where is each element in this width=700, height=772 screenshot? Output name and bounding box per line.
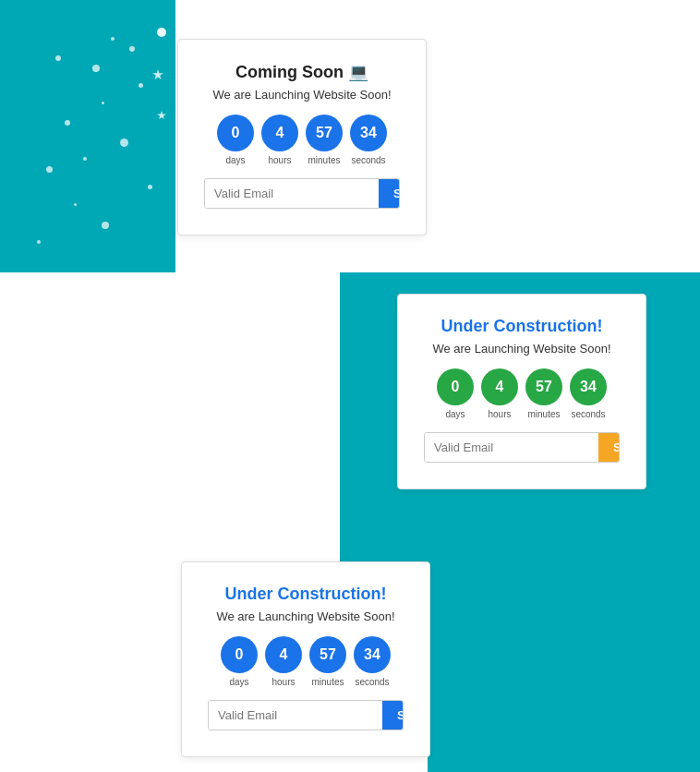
card2-minutes-label: minutes [527, 409, 560, 419]
card3-countdown: 0 days 4 hours 57 minutes 34 seconds [208, 636, 404, 687]
card3-days-label: days [229, 677, 248, 687]
card1-submit-button[interactable]: Submit [379, 179, 400, 208]
card2-subtitle: We are Launching Website Soon! [424, 342, 620, 356]
card2-hours-item: 4 hours [481, 368, 518, 419]
card3-seconds-item: 34 seconds [354, 636, 391, 687]
card-coming-soon: Coming Soon 💻 We are Launching Website S… [177, 39, 427, 235]
card2-hours-circle: 4 [481, 368, 518, 405]
card1-email-input[interactable] [205, 179, 379, 208]
card2-seconds-circle: 34 [570, 368, 607, 405]
card2-hours-label: hours [488, 409, 511, 419]
card3-hours-circle: 4 [265, 636, 302, 673]
laptop-icon: 💻 [348, 62, 368, 82]
card1-email-row: Submit [204, 178, 400, 209]
card1-subtitle: We are Launching Website Soon! [204, 88, 400, 102]
card2-seconds-item: 34 seconds [570, 368, 607, 419]
card3-email-input[interactable] [209, 701, 382, 730]
card-under-construction-green: Under Construction! We are Launching Web… [397, 294, 646, 489]
card3-days-circle: 0 [221, 636, 258, 673]
card1-minutes-item: 57 minutes [306, 115, 343, 165]
card3-seconds-circle: 34 [354, 636, 391, 673]
card3-hours-label: hours [272, 677, 295, 687]
card3-minutes-circle: 57 [309, 636, 346, 673]
decorative-dots [9, 18, 166, 268]
card3-minutes-item: 57 minutes [309, 636, 346, 687]
card2-minutes-circle: 57 [525, 368, 562, 405]
card1-title-text: Coming Soon [235, 63, 344, 81]
card2-days-item: 0 days [437, 368, 474, 419]
card1-hours-circle: 4 [261, 115, 298, 151]
card1-seconds-item: 34 seconds [350, 115, 387, 165]
card2-email-row: Submit [424, 432, 620, 463]
card2-countdown: 0 days 4 hours 57 minutes 34 seconds [424, 368, 620, 419]
card3-email-row: Submit [208, 700, 404, 730]
card2-days-circle: 0 [437, 368, 474, 405]
card3-submit-button[interactable]: Submit [382, 701, 404, 730]
card3-minutes-label: minutes [311, 677, 344, 687]
card3-subtitle: We are Launching Website Soon! [208, 609, 404, 623]
card2-email-input[interactable] [425, 433, 598, 462]
card1-hours-label: hours [268, 155, 291, 165]
card1-hours-item: 4 hours [261, 115, 298, 165]
card1-title: Coming Soon 💻 [204, 62, 400, 82]
card1-days-item: 0 days [217, 115, 254, 165]
card1-seconds-label: seconds [351, 155, 385, 165]
card1-countdown: 0 days 4 hours 57 minutes 34 seconds [204, 115, 400, 165]
card1-days-circle: 0 [217, 115, 254, 151]
card1-seconds-circle: 34 [350, 115, 387, 151]
card1-minutes-circle: 57 [306, 115, 343, 151]
card1-minutes-label: minutes [308, 155, 340, 165]
card2-days-label: days [445, 409, 465, 419]
card3-hours-item: 4 hours [265, 636, 302, 687]
card3-seconds-label: seconds [355, 677, 389, 687]
card2-minutes-item: 57 minutes [525, 368, 562, 419]
card3-days-item: 0 days [221, 636, 258, 687]
card2-title: Under Construction! [424, 317, 620, 336]
card-under-construction-blue: Under Construction! We are Launching Web… [181, 561, 430, 757]
card3-title: Under Construction! [208, 585, 404, 604]
bg-teal-top [0, 0, 175, 272]
bg-teal-bottom [428, 560, 700, 772]
card2-seconds-label: seconds [571, 409, 605, 419]
card1-days-label: days [225, 155, 245, 165]
card2-submit-button[interactable]: Submit [598, 433, 620, 462]
